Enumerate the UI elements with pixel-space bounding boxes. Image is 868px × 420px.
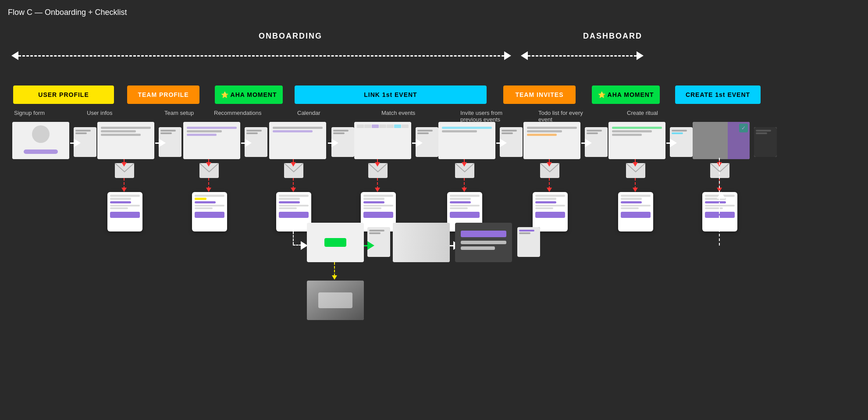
red-arrow-down-5 [462, 162, 467, 167]
screen-bottom-2[interactable] [393, 223, 450, 262]
white-dashed-bottom-h [293, 245, 302, 246]
checklist-card-2[interactable] [192, 192, 227, 231]
arrow-4-5 [328, 139, 338, 147]
step-label-7: Todo list for every event [538, 110, 583, 123]
screen-create-ritual[interactable]: ✓ [693, 122, 750, 159]
red-arrow-down-2b [206, 188, 211, 192]
red-arrow-down-3 [291, 162, 296, 167]
badge-team-invites: TEAM INVITES [503, 85, 576, 104]
screen-team-setup[interactable] [183, 122, 240, 159]
screen-bottom-4[interactable] [307, 281, 364, 320]
step-label-1: User infos [87, 110, 113, 116]
checklist-card-4[interactable] [361, 192, 396, 231]
screen-todo[interactable] [608, 122, 665, 159]
arrow-5-6 [412, 139, 423, 147]
section-dashboard: DASHBOARD [583, 32, 642, 41]
checklist-card-7[interactable] [618, 192, 653, 231]
yellow-arrow-down [332, 275, 337, 280]
red-arrow-down-2 [206, 162, 211, 167]
red-arrow-down-4 [375, 162, 380, 167]
arrow-7-8 [581, 139, 592, 147]
arrow-1-2 [70, 139, 81, 147]
screen-bottom-3-small [517, 227, 540, 257]
red-arrow-down-7b [633, 188, 638, 192]
step-label-5: Match events [381, 110, 415, 116]
screen-recommendations[interactable] [269, 122, 326, 159]
white-dashed-right-end-up [719, 193, 720, 246]
step-label-4: Calendar [297, 110, 320, 116]
red-arrow-down-5b [462, 188, 467, 192]
step-label-8: Create ritual [627, 110, 658, 116]
badge-aha-moment-1: ⭐ AHA MOMENT [215, 85, 283, 104]
white-dashed-down-to-bottom [293, 231, 294, 245]
screen-signup[interactable] [12, 122, 69, 159]
red-arrow-down-4b [375, 188, 380, 192]
checklist-card-6[interactable] [533, 192, 568, 231]
arrow-8-9 [666, 139, 677, 147]
screen-ritual-small [754, 127, 777, 157]
badge-create-event: CREATE 1st EVENT [675, 85, 761, 104]
red-arrow-down-7 [633, 162, 638, 167]
red-arrow-down-1b [121, 188, 127, 192]
star-icon-1: ⭐ [221, 91, 229, 98]
screen-bottom-3[interactable] [455, 223, 512, 262]
onboarding-arrow [11, 51, 511, 60]
badge-link-event: LINK 1st EVENT [295, 85, 487, 104]
red-arrow-down-3b [291, 188, 296, 192]
step-label-0: Signup form [14, 110, 45, 116]
arrow-3-4 [241, 139, 252, 147]
green-arrow-bottom [364, 241, 374, 250]
screen-bottom-1[interactable] [307, 223, 364, 262]
checklist-card-3[interactable] [276, 192, 311, 231]
screen-user-infos[interactable] [97, 122, 154, 159]
red-arrow-down-6 [547, 162, 552, 167]
badge-user-profile: USER PROFILE [13, 85, 114, 104]
yellow-dashed-down [334, 262, 335, 276]
step-label-2: Team setup [164, 110, 194, 116]
white-dashed-connect-up [719, 158, 720, 193]
star-icon-2: ⭐ [598, 91, 606, 98]
step-label-3: Recommendations [214, 110, 261, 116]
screen-match-events[interactable] [438, 122, 495, 159]
badge-aha-moment-2: ⭐ AHA MOMENT [592, 85, 660, 104]
dashboard-arrow [521, 51, 644, 60]
badge-team-profile: TEAM PROFILE [127, 85, 199, 104]
arrow-2-3 [155, 139, 166, 147]
checklist-card-1[interactable] [107, 192, 142, 231]
screen-calendar[interactable] [354, 122, 411, 159]
page-title: Flow C — Onboarding + Checklist [8, 8, 127, 17]
section-onboarding: ONBOARDING [259, 32, 322, 41]
step-label-6: Invite users from previous events [460, 110, 502, 123]
arrow-6-7 [496, 139, 507, 147]
red-arrow-down-6b [547, 188, 552, 192]
white-arrow-end-up [717, 192, 726, 199]
screen-invite-users[interactable] [523, 122, 580, 159]
red-arrow-down-1 [121, 162, 127, 167]
